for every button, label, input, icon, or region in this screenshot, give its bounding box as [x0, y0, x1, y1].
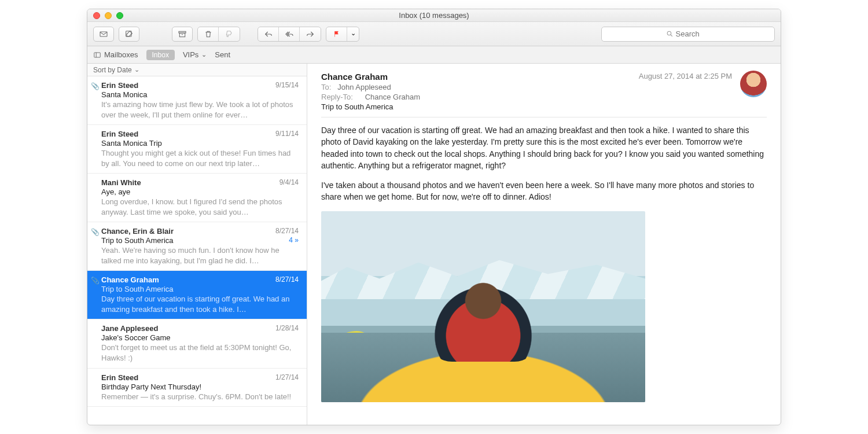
message-item[interactable]: 📎Erin Steed9/15/14Santa MonicaIt's amazi…	[87, 76, 307, 125]
sender-name: Chance Graham	[101, 275, 159, 284]
svg-rect-3	[179, 33, 185, 37]
message-item[interactable]: 📎Chance Graham8/27/14Trip to South Ameri…	[87, 271, 307, 319]
sort-label: Sort by Date	[93, 66, 132, 74]
message-date: 8/27/14	[275, 275, 299, 284]
compose-icon	[124, 30, 134, 39]
svg-rect-0	[100, 32, 107, 36]
to-label: To:	[321, 83, 331, 91]
message-subject: Santa Monica	[101, 90, 299, 99]
sender-name: Erin Steed	[101, 81, 138, 90]
delete-button[interactable]	[198, 27, 219, 41]
message-date: 1/28/14	[275, 324, 299, 333]
message-item[interactable]: Erin Steed9/11/14Santa Monica TripThough…	[87, 125, 307, 174]
archive-button[interactable]	[172, 27, 193, 42]
message-preview: Day three of our vacation is starting of…	[101, 294, 299, 314]
message-preview: Yeah. We're having so much fun. I don't …	[101, 245, 299, 266]
attachment-photo[interactable]	[321, 211, 645, 402]
flag-button[interactable]	[326, 27, 347, 41]
attachment-icon: 📎	[91, 277, 100, 285]
message-preview: Thought you might get a kick out of thes…	[101, 148, 299, 168]
photo-person	[431, 275, 535, 362]
message-subject: Trip to South America4 »	[101, 236, 299, 245]
toolbar	[87, 22, 781, 46]
window-controls	[87, 12, 123, 19]
message-list-pane: Sort by Date 📎Erin Steed9/15/14Santa Mon…	[87, 64, 307, 425]
window-title: Inbox (10 messages)	[87, 11, 781, 20]
trash-icon	[204, 30, 213, 39]
chevron-down-icon	[201, 50, 207, 59]
to-value: John Appleseed	[337, 83, 391, 91]
sidebar-icon	[93, 51, 101, 59]
svg-point-4	[667, 31, 671, 35]
reply-to-label: Reply-To:	[321, 93, 363, 101]
get-mail-button[interactable]	[93, 27, 114, 42]
flag-group	[326, 27, 359, 42]
message-date: 9/15/14	[275, 81, 299, 90]
message-date: 9/11/14	[275, 130, 299, 138]
message-item[interactable]: 📎Chance, Erin & Blair8/27/14Trip to Sout…	[87, 222, 307, 271]
chevron-down-icon	[134, 66, 139, 74]
attachment-icon: 📎	[91, 82, 100, 90]
forward-button[interactable]	[300, 27, 321, 41]
message-preview: Long overdue, I know. but I figured I'd …	[101, 197, 299, 217]
reply-icon	[264, 30, 273, 39]
reply-to-value: Chance Graham	[365, 93, 420, 101]
message-list[interactable]: 📎Erin Steed9/15/14Santa MonicaIt's amazi…	[87, 76, 307, 425]
message-preview: Don't forget to meet us at the field at …	[101, 343, 299, 363]
attachment-icon: 📎	[91, 228, 100, 236]
content-split: Sort by Date 📎Erin Steed9/15/14Santa Mon…	[87, 64, 781, 425]
thread-count: 4 »	[289, 236, 299, 244]
message-date: 1/27/14	[275, 373, 299, 382]
thumbs-down-icon	[225, 30, 234, 39]
sent-tab[interactable]: Sent	[215, 50, 230, 59]
compose-button[interactable]	[119, 27, 139, 42]
message-date: 9/4/14	[279, 178, 299, 187]
minimize-window-button[interactable]	[105, 12, 112, 19]
sender-name: Chance, Erin & Blair	[101, 227, 174, 236]
reply-button[interactable]	[258, 27, 279, 41]
sort-control[interactable]: Sort by Date	[87, 64, 307, 76]
title-bar: Inbox (10 messages)	[87, 9, 781, 22]
delete-junk-group	[197, 27, 240, 42]
mail-window: Inbox (10 messages)	[87, 9, 781, 425]
message-subject: Santa Monica Trip	[101, 139, 299, 148]
sender-name: Erin Steed	[101, 130, 138, 138]
vips-tab[interactable]: VIPs	[183, 50, 207, 59]
sender-avatar[interactable]	[740, 71, 767, 97]
close-window-button[interactable]	[93, 12, 100, 19]
junk-button[interactable]	[219, 27, 240, 41]
message-preview: Remember — it's a surprise. Chuy's. 6PM.…	[101, 392, 299, 402]
search-input[interactable]	[676, 30, 711, 38]
message-item[interactable]: Mani White9/4/14Aye, ayeLong overdue, I …	[87, 174, 307, 222]
favorites-bar: Mailboxes Inbox VIPs Sent	[87, 46, 781, 64]
mailboxes-label: Mailboxes	[104, 50, 138, 59]
reply-all-icon	[285, 30, 294, 39]
reply-all-button[interactable]	[279, 27, 300, 41]
search-field[interactable]	[601, 27, 775, 42]
sent-label: Sent	[215, 50, 230, 59]
message-subject: Aye, aye	[101, 187, 299, 196]
envelope-icon	[99, 30, 108, 39]
sender-name: Mani White	[101, 178, 141, 187]
body-paragraph: I've taken about a thousand photos and w…	[321, 179, 767, 203]
sender-name: Jane Appleseed	[101, 324, 159, 333]
search-icon	[666, 30, 674, 38]
reply-group	[258, 27, 321, 42]
inbox-tab[interactable]: Inbox	[146, 50, 175, 60]
flag-menu-button[interactable]	[347, 27, 359, 41]
message-item[interactable]: Erin Steed1/27/14Birthday Party Next Thu…	[87, 369, 307, 407]
message-date: 8/27/14	[275, 227, 299, 236]
message-reader: Chance Graham To: John Appleseed Reply-T…	[307, 64, 781, 425]
flag-icon	[333, 30, 341, 38]
message-preview: It's amazing how time just flew by. We t…	[101, 100, 299, 120]
message-item[interactable]: Jane Appleseed1/28/14Jake's Soccer GameD…	[87, 319, 307, 368]
message-subject: Jake's Soccer Game	[101, 333, 299, 342]
vips-label: VIPs	[183, 50, 198, 59]
archive-icon	[178, 30, 187, 39]
zoom-window-button[interactable]	[116, 12, 123, 19]
message-datetime: August 27, 2014 at 2:25 PM	[639, 72, 732, 80]
mailboxes-button[interactable]: Mailboxes	[93, 50, 138, 59]
subject-line: Trip to South America	[321, 102, 767, 111]
sender-name: Erin Steed	[101, 373, 138, 382]
body-paragraph: Day three of our vacation is starting of…	[321, 124, 767, 171]
